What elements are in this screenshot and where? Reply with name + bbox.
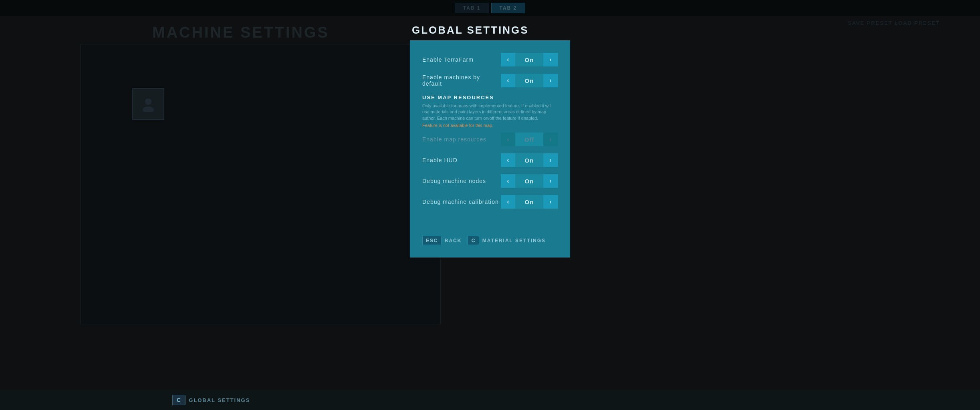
modal-footer: ESC BACK C MATERIAL SETTINGS bbox=[422, 232, 558, 245]
global-settings-modal: GLOBAL SETTINGS Enable TerraFarm ‹ On › bbox=[410, 24, 570, 257]
bottom-global-settings-label: GLOBAL SETTINGS bbox=[189, 397, 250, 403]
toggle-hud-left[interactable]: ‹ bbox=[501, 153, 515, 167]
setting-label-debug-calibration: Debug machine calibration bbox=[422, 199, 499, 205]
setting-label-map-resources: Enable map resources bbox=[422, 136, 486, 143]
material-settings-button[interactable]: C MATERIAL SETTINGS bbox=[468, 236, 546, 245]
toggle-debug-nodes-left[interactable]: ‹ bbox=[501, 174, 515, 188]
modal-title: GLOBAL SETTINGS bbox=[410, 24, 570, 36]
toggle-terrafarm: ‹ On › bbox=[501, 53, 558, 66]
bottom-c-key-badge: C bbox=[172, 395, 186, 405]
toggle-debug-calibration-left[interactable]: ‹ bbox=[501, 195, 515, 209]
toggle-machines-default-right[interactable]: › bbox=[543, 74, 558, 87]
toggle-debug-nodes-value: On bbox=[515, 174, 543, 188]
material-key-label: MATERIAL SETTINGS bbox=[482, 238, 546, 243]
modal-spacer bbox=[422, 216, 558, 228]
use-map-resources-desc: Only available for maps with implemented… bbox=[422, 103, 558, 121]
toggle-terrafarm-right[interactable]: › bbox=[543, 53, 558, 66]
setting-row-map-resources: Enable map resources ‹ Off › bbox=[422, 133, 558, 146]
use-map-resources-notice: Feature is not available for this map. bbox=[422, 123, 558, 128]
toggle-debug-nodes-right[interactable]: › bbox=[543, 174, 558, 188]
toggle-debug-nodes: ‹ On › bbox=[501, 174, 558, 188]
toggle-map-resources-right: › bbox=[543, 133, 558, 146]
setting-label-hud: Enable HUD bbox=[422, 157, 458, 163]
toggle-terrafarm-left[interactable]: ‹ bbox=[501, 53, 515, 66]
modal-overlay: GLOBAL SETTINGS Enable TerraFarm ‹ On › bbox=[0, 0, 980, 410]
modal-panel: Enable TerraFarm ‹ On › Enable machines … bbox=[410, 40, 570, 257]
toggle-map-resources-value: Off bbox=[515, 133, 543, 146]
bottom-bar: C GLOBAL SETTINGS bbox=[0, 390, 980, 410]
setting-row-hud: Enable HUD ‹ On › bbox=[422, 153, 558, 167]
toggle-hud-right[interactable]: › bbox=[543, 153, 558, 167]
bottom-current-key-area: C GLOBAL SETTINGS bbox=[172, 395, 250, 405]
toggle-terrafarm-value: On bbox=[515, 53, 543, 66]
back-button[interactable]: ESC BACK bbox=[422, 236, 462, 245]
toggle-map-resources: ‹ Off › bbox=[501, 133, 558, 146]
toggle-machines-default: ‹ On › bbox=[501, 74, 558, 87]
toggle-debug-calibration-value: On bbox=[515, 195, 543, 209]
toggle-machines-default-left[interactable]: ‹ bbox=[501, 74, 515, 87]
use-map-resources-section: USE MAP RESOURCES Only available for map… bbox=[422, 94, 558, 146]
toggle-hud-value: On bbox=[515, 153, 543, 167]
toggle-machines-default-value: On bbox=[515, 74, 543, 87]
back-key-badge: ESC bbox=[422, 236, 442, 245]
toggle-map-resources-left: ‹ bbox=[501, 133, 515, 146]
material-key-badge: C bbox=[468, 236, 479, 245]
setting-row-machines-default: Enable machines by default ‹ On › bbox=[422, 74, 558, 87]
setting-row-terrafarm: Enable TerraFarm ‹ On › bbox=[422, 53, 558, 66]
back-key-label: BACK bbox=[445, 238, 462, 243]
toggle-hud: ‹ On › bbox=[501, 153, 558, 167]
setting-label-terrafarm: Enable TerraFarm bbox=[422, 56, 474, 63]
setting-row-debug-nodes: Debug machine nodes ‹ On › bbox=[422, 174, 558, 188]
toggle-debug-calibration: ‹ On › bbox=[501, 195, 558, 209]
use-map-resources-header: USE MAP RESOURCES bbox=[422, 94, 558, 100]
setting-label-machines-default: Enable machines by default bbox=[422, 74, 501, 87]
setting-row-debug-calibration: Debug machine calibration ‹ On › bbox=[422, 195, 558, 209]
setting-label-debug-nodes: Debug machine nodes bbox=[422, 178, 486, 184]
toggle-debug-calibration-right[interactable]: › bbox=[543, 195, 558, 209]
